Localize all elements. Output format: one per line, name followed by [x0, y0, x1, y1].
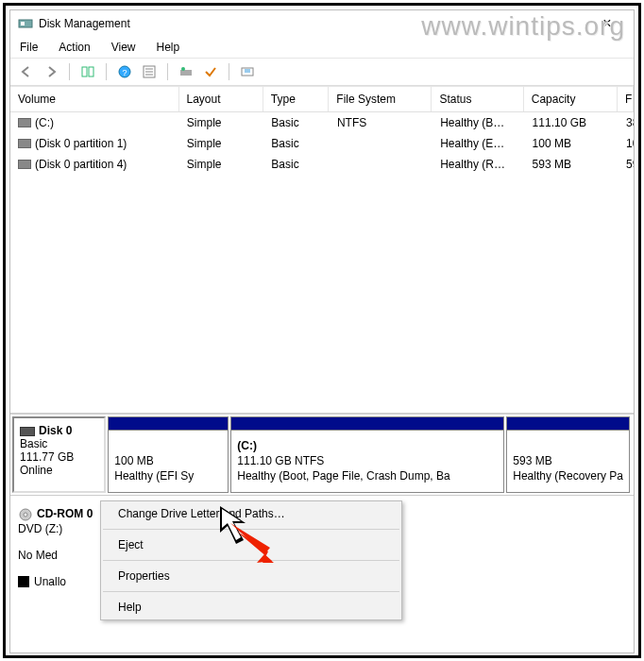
menu-help[interactable]: Help [153, 39, 184, 56]
col-filesystem[interactable]: File System [329, 87, 432, 111]
cell-free: 593 MB [619, 156, 634, 173]
disk-row: Disk 0 Basic 111.77 GB Online 100 MB Hea… [10, 415, 634, 496]
titlebar: Disk Management × [10, 10, 634, 37]
svg-point-11 [181, 67, 185, 71]
partition-size: 111.10 GB NTFS [237, 454, 324, 467]
settings-icon[interactable] [200, 61, 221, 82]
partition[interactable]: (C:) 111.10 GB NTFS Healthy (Boot, Page … [230, 416, 504, 493]
more-actions-icon[interactable] [237, 61, 258, 82]
cell-free: 100 MB [619, 135, 634, 152]
volume-grid: Volume Layout Type File System Status Ca… [10, 86, 634, 175]
table-row[interactable]: (Disk 0 partition 1) Simple Basic Health… [10, 133, 634, 154]
forward-button[interactable] [41, 61, 61, 82]
col-capacity[interactable]: Capacity [524, 87, 618, 111]
refresh-icon[interactable] [176, 61, 196, 82]
cdrom-name: CD-ROM 0 [37, 507, 93, 520]
menubar: File Action View Help [10, 37, 634, 59]
col-volume[interactable]: Volume [10, 87, 179, 111]
close-button[interactable]: × [588, 15, 626, 32]
menu-file[interactable]: File [16, 39, 42, 56]
cell-volume: (C:) [35, 116, 54, 129]
svg-point-16 [24, 513, 27, 517]
col-type[interactable]: Type [263, 87, 330, 111]
menu-view[interactable]: View [108, 39, 140, 56]
partition-bar [507, 417, 629, 431]
cell-status: Healthy (B… [432, 114, 524, 131]
cell-type: Basic [263, 135, 330, 152]
cell-fs: NTFS [330, 114, 432, 131]
partition-status: Healthy (Boot, Page File, Crash Dump, Ba [237, 469, 449, 483]
ctx-eject[interactable]: Eject [101, 533, 401, 557]
partition[interactable]: 593 MB Healthy (Recovery Pa [506, 416, 630, 493]
disk-state: Online [20, 464, 53, 477]
cell-volume: (Disk 0 partition 1) [35, 137, 127, 150]
disk-management-icon [18, 16, 33, 31]
cell-fs [330, 156, 432, 173]
volume-icon [18, 139, 31, 148]
cell-status: Healthy (R… [432, 156, 524, 173]
partition-size: 593 MB [513, 454, 551, 467]
cell-capacity: 593 MB [525, 156, 619, 173]
partition-status: Healthy (EFI Sy [114, 469, 194, 483]
svg-rect-10 [180, 70, 192, 76]
cell-status: Healthy (E… [432, 135, 524, 152]
partition-size: 100 MB [114, 454, 153, 467]
svg-text:?: ? [122, 68, 127, 77]
ctx-properties[interactable]: Properties [101, 564, 401, 588]
cell-layout: Simple [179, 156, 263, 173]
cdrom-type: DVD (Z:) [18, 522, 62, 535]
disk-icon [20, 427, 35, 436]
cell-fs [330, 135, 432, 152]
partition-label: (C:) [237, 439, 257, 452]
partition-bar [231, 417, 503, 431]
svg-rect-2 [82, 67, 87, 76]
action-list-button[interactable] [139, 61, 160, 82]
svg-rect-3 [89, 67, 93, 76]
disk-name: Disk 0 [39, 424, 72, 437]
disk-size: 111.77 GB [20, 450, 74, 464]
cell-volume: (Disk 0 partition 4) [35, 158, 127, 171]
cell-layout: Simple [179, 135, 263, 152]
legend-label: Unallo [34, 575, 66, 588]
grid-rows: (C:) Simple Basic NTFS Healthy (B… 111.1… [10, 112, 634, 175]
ctx-help[interactable]: Help [101, 595, 401, 619]
partition-status: Healthy (Recovery Pa [513, 469, 623, 483]
context-menu: Change Drive Letter and Paths… Eject Pro… [100, 500, 402, 620]
grid-header: Volume Layout Type File System Status Ca… [10, 87, 634, 112]
cell-capacity: 111.10 GB [525, 114, 619, 131]
disk-info[interactable]: Disk 0 Basic 111.77 GB Online [12, 416, 106, 493]
ctx-change-drive-letter[interactable]: Change Drive Letter and Paths… [101, 501, 401, 526]
cdrom-state: No Med [18, 549, 58, 562]
cell-free: 38.04 G [619, 114, 634, 131]
legend-color-unallocated [18, 576, 29, 587]
help-button[interactable]: ? [114, 61, 135, 82]
cell-capacity: 100 MB [525, 135, 619, 152]
col-freespace[interactable]: Free Sp [618, 87, 634, 111]
volume-icon [18, 160, 31, 169]
table-row[interactable]: (C:) Simple Basic NTFS Healthy (B… 111.1… [10, 112, 634, 133]
volume-icon [18, 118, 31, 127]
partition-bar [109, 417, 228, 431]
col-status[interactable]: Status [432, 87, 523, 111]
disk-type: Basic [20, 437, 47, 450]
col-layout[interactable]: Layout [179, 87, 263, 111]
menu-action[interactable]: Action [55, 39, 93, 56]
toolbar: ? [10, 59, 634, 86]
cell-type: Basic [263, 114, 330, 131]
cell-type: Basic [263, 156, 330, 173]
svg-rect-1 [21, 22, 25, 25]
back-button[interactable] [16, 61, 37, 82]
cdrom-icon [18, 507, 33, 522]
partition[interactable]: 100 MB Healthy (EFI Sy [108, 416, 229, 493]
table-row[interactable]: (Disk 0 partition 4) Simple Basic Health… [10, 154, 634, 175]
window-title: Disk Management [39, 17, 588, 30]
show-hide-console-button[interactable] [77, 61, 98, 82]
cell-layout: Simple [179, 114, 263, 131]
